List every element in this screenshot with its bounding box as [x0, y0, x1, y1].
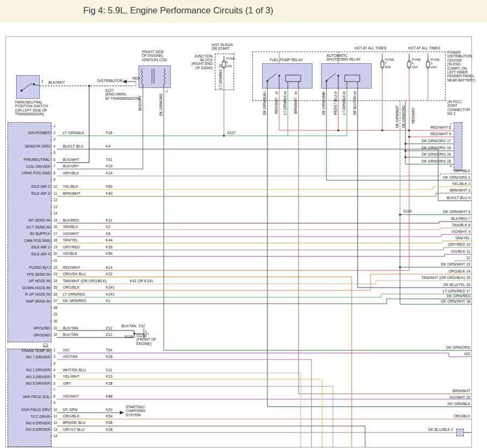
splice-dot: [404, 143, 406, 145]
c1-pin-number: 7: [54, 165, 56, 168]
c1-signal-label: GROUND: [8, 326, 50, 330]
park-neutral-switch-label-line: TRANSMISSION): [15, 112, 44, 116]
starting-charging-label-line: SYSTEM: [126, 413, 141, 417]
c2-pin-number: 13: [54, 428, 57, 432]
c2-signal-label: INJ 8 DRIVER: [8, 428, 50, 431]
splice-s126-dot: [133, 333, 135, 335]
c2-pin-chevron: ›: [50, 401, 52, 405]
vertical-wire-label: DK GRN/ORG: [402, 105, 405, 128]
c1-signal-label: IDLE AIR 3: [8, 192, 50, 195]
c1-pin-number: 21: [54, 259, 57, 263]
ignition-coil-label-line: (RIGHT SIDE: [142, 50, 164, 54]
junction-block-hot-label-line: HOT IN RUN: [212, 43, 233, 47]
c1-pin-number: 29: [54, 313, 57, 317]
vertical-wire-label: DK GRN/ORG: [159, 93, 163, 116]
fuse-symbol-k: [408, 54, 411, 69]
right-edge-wire-label: VIO/WHT 23: [344, 395, 470, 399]
c1-circuit-label: K59: [106, 252, 112, 255]
ignition-coil-pin: 2: [166, 90, 168, 93]
c1-pin-number: 9: [54, 178, 56, 182]
c1-pin-chevron: ›: [50, 319, 52, 323]
c1-wire-label: TAN/YEL: [63, 238, 78, 242]
c1-wire-label: ORG/DK BLU: [63, 272, 86, 276]
c2-pin-number: 8: [54, 395, 56, 399]
c1-pin-number: 6: [54, 158, 56, 162]
c1-pin-chevron: ›: [50, 138, 52, 142]
c1-signal-label: IAT SENS IN: [8, 218, 50, 222]
distributor-label: DISTRIBUTOR: [97, 79, 122, 83]
right-edge-wire-label: DK GRN/ORG 1: [344, 175, 470, 179]
c1-wire-label: LT GRN/RED: [63, 292, 85, 296]
splice-dot: [408, 136, 410, 138]
c1-pin-chevron: ›: [50, 273, 52, 276]
c1-wire-label: TAN/WHT (OR ORG/BLK): [63, 279, 106, 283]
right-edge-wire-label: TAN/WHT (OR ORG/BLK) 15: [344, 276, 470, 280]
c1-signal-label: DOWN HO2S IN: [8, 286, 50, 290]
c1-circuit-label: F18: [106, 131, 112, 135]
c2-wire-label: BRN/DK BLU: [63, 421, 85, 424]
c1-pin-chevron: ›: [50, 232, 52, 236]
c2-pin-chevron: ›: [50, 395, 52, 399]
c1-pin-chevron: ›: [50, 171, 52, 175]
c1-circuit-label: Z12: [106, 326, 112, 330]
c1-pin-number: 28: [54, 306, 57, 310]
c1-signal-label: FUSED B(+): [8, 266, 50, 269]
c1-pin-number: 14: [54, 212, 57, 216]
c1-signal-label: IDLE AIR 4: [8, 252, 50, 256]
c1-pin-chevron: ›: [50, 306, 52, 310]
c1-pin-number: 8: [54, 172, 56, 175]
fuse-symbol-junction-block: [222, 56, 226, 69]
c2-pin-chevron: ›: [50, 349, 52, 352]
c1-pin-number: 25: [54, 286, 57, 290]
fuse-symbol-3: [426, 54, 430, 69]
fuse-symbol-7: [381, 54, 384, 69]
joint-connector-row-label: DK GRN/ORG 15: [354, 146, 451, 150]
park-neutral-switch-symbol: [20, 83, 40, 92]
c1-pin-number: 16: [54, 225, 57, 229]
c1-pin-chevron: ›: [50, 266, 52, 269]
park-neutral-switch-label-line: (ON LEFT SIDE OF: [15, 108, 47, 112]
c2-pin-chevron: ›: [50, 421, 52, 425]
wire-gry: [57, 386, 333, 447]
c1-wire-label: BRN/WHT: [63, 192, 81, 195]
c1-circuit-label: K6: [106, 232, 111, 236]
joint-connector-row-label: DK GRN/ORG 17: [354, 139, 451, 143]
c1-signal-label: CAM POS SNS: [8, 239, 50, 243]
c1-circuit-label: K4: [106, 144, 111, 148]
relay-pin-number: 87: [322, 91, 325, 94]
c1-circuit-label: K44: [106, 238, 112, 242]
c2-wire-label: GRY: [63, 381, 71, 385]
c1-pin-number: 31: [54, 327, 57, 331]
c2-pin-chevron: ›: [50, 381, 52, 385]
c1-signal-label: PRK/NEUTRAL: [8, 158, 50, 161]
relay-pin-number: 85: [353, 91, 357, 94]
relay-pin-number: 30: [334, 91, 337, 94]
c1-wire-label: GRY/BLK: [63, 171, 79, 175]
ground-circuit-label: Z12: [139, 324, 145, 328]
nca-label: NCA: [132, 76, 140, 80]
c2-pin-chevron: ›: [50, 415, 52, 418]
joint-connector-pin-bottom: 4: [450, 165, 452, 168]
c2-circuit-label: K38: [106, 381, 112, 385]
c1-signal-label: COIL DRIVER: [8, 165, 50, 168]
c2-wire-label: VIO/TAN: [63, 355, 77, 358]
c2-wire-label: VIO/WHT: [63, 394, 79, 398]
c2-pin-number: 3: [54, 362, 56, 366]
c1-circuit-label: A14: [106, 266, 112, 269]
relay-pin-number: 87: [263, 91, 266, 94]
c2-pin-chevron: ›: [50, 375, 52, 379]
c1-pin-chevron: ›: [50, 326, 52, 330]
junction-block-label-line: OF DASH): [185, 66, 213, 70]
c2-pin-number: 2: [54, 355, 56, 359]
junction-block-label-line: JUNCTION: [185, 54, 213, 58]
splice-dot: [404, 150, 406, 152]
relay-pin-number: 86: [284, 91, 287, 94]
c1-pin-chevron: ›: [50, 144, 52, 148]
right-edge-wire-label: BRN/WHT 3: [344, 188, 470, 192]
splice-dot: [337, 129, 339, 131]
right-edge-wire-label: DK GRN/BLK: [344, 402, 470, 406]
vertical-wire-label: LT GRN/BLK: [283, 95, 287, 115]
vertical-wire-label: DK GRN/WHT: [395, 105, 399, 128]
c1-wire-label: BLK/RED: [63, 218, 79, 222]
c2-pin-chevron: ›: [50, 408, 52, 412]
